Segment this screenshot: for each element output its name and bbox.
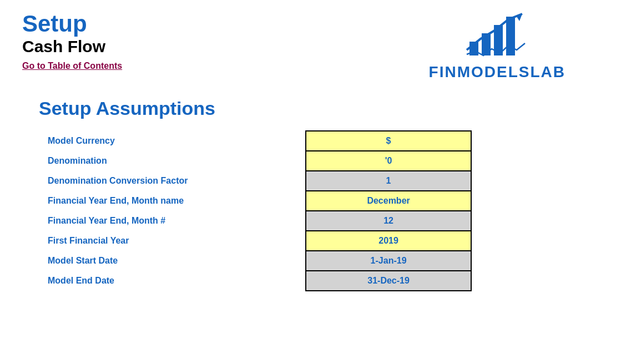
section-title: Setup Assumptions xyxy=(39,98,599,119)
row-value[interactable]: 2019 xyxy=(306,231,471,251)
title-cashflow: Cash Flow xyxy=(22,37,122,57)
row-label: First Financial Year xyxy=(39,231,306,251)
row-value[interactable]: December xyxy=(306,191,471,211)
header-section: Setup Cash Flow Go to Table of Contents … xyxy=(22,11,599,81)
svg-rect-3 xyxy=(506,17,515,55)
row-value: 31-Dec-19 xyxy=(306,271,471,291)
table-row: Denomination Conversion Factor1 xyxy=(39,171,471,191)
row-label: Denomination Conversion Factor xyxy=(39,171,306,191)
logo-text: FINMODELSLAB xyxy=(429,63,566,81)
toc-link[interactable]: Go to Table of Contents xyxy=(22,61,122,71)
row-label: Model Currency xyxy=(39,131,306,151)
row-value[interactable]: $ xyxy=(306,131,471,151)
table-row: Model Start Date1-Jan-19 xyxy=(39,251,471,271)
row-label: Financial Year End, Month name xyxy=(39,191,306,211)
assumptions-table: Model Currency$Denomination'0Denominatio… xyxy=(39,130,472,291)
row-value: 12 xyxy=(306,211,471,231)
row-label: Denomination xyxy=(39,151,306,171)
row-value[interactable]: '0 xyxy=(306,151,471,171)
logo-area: FINMODELSLAB xyxy=(429,11,566,81)
logo-icon xyxy=(464,11,531,61)
table-row: Financial Year End, Month #12 xyxy=(39,211,471,231)
table-row: Model End Date31-Dec-19 xyxy=(39,271,471,291)
row-value: 1-Jan-19 xyxy=(306,251,471,271)
row-value: 1 xyxy=(306,171,471,191)
table-row: Financial Year End, Month nameDecember xyxy=(39,191,471,211)
table-row: First Financial Year2019 xyxy=(39,231,471,251)
row-label: Model End Date xyxy=(39,271,306,291)
table-row: Model Currency$ xyxy=(39,131,471,151)
row-label: Financial Year End, Month # xyxy=(39,211,306,231)
header-left: Setup Cash Flow Go to Table of Contents xyxy=(22,11,122,71)
table-row: Denomination'0 xyxy=(39,151,471,171)
row-label: Model Start Date xyxy=(39,251,306,271)
title-setup: Setup xyxy=(22,11,122,37)
